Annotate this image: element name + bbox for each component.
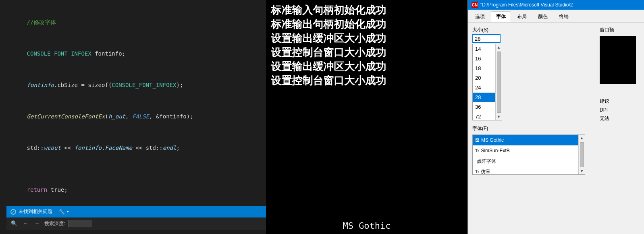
font-item-simsun-extb[interactable]: Tr SimSun-ExtB [473,145,585,156]
no-issues-label: 未找到相关问题 [19,208,52,215]
dialog-body: 大小(S) 14 16 18 20 24 28 36 [468,23,644,234]
font-scrollbar[interactable]: ▲ ▼ [578,135,585,174]
tab-font[interactable]: 字体 [491,11,511,22]
dialog-title: "D:\Program Files\Microsoft Visual Studi… [480,2,573,8]
font-settings-left: 大小(S) 14 16 18 20 24 28 36 [472,27,596,230]
tab-terminal[interactable]: 终端 [554,11,574,22]
font-item-fangsong[interactable]: Tr 仿宋 [473,166,585,175]
code-editor-panel: //修改字体 CONSOLE_FONT_INFOEX fontinfo; fon… [0,0,266,234]
size-scrollbar[interactable]: ▲ ▼ [495,44,502,120]
status-bar: ✓ 未找到相关问题 🔧 ▾ [6,206,266,217]
size-section: 大小(S) 14 16 18 20 24 28 36 [472,27,596,120]
size-input[interactable] [472,34,501,43]
tab-layout[interactable]: 布局 [512,11,532,22]
unable-label: 无法 [600,115,640,122]
search-depth-label: 搜索深度: [44,220,65,227]
font-item-msgothic[interactable]: 🖫 MS Gothic [473,135,585,145]
font-section-label: 字体(F) [472,125,596,132]
console-line-4: 设置控制台窗口大小成功 [271,46,463,60]
bottom-toolbar: ✓ 未找到相关问题 🔧 ▾ 🔍 ← → 搜索深度: [6,206,266,230]
console-line-3: 设置输出缓冲区大小成功 [271,31,463,46]
search-depth-input[interactable] [68,220,92,227]
properties-dialog: CN "D:\Program Files\Microsoft Visual St… [467,0,644,234]
no-issues-indicator: ✓ 未找到相关问题 [10,208,52,215]
tab-options[interactable]: 选项 [470,11,490,22]
font-scroll-down[interactable]: ▼ [579,168,585,174]
console-lines: 标准输入句柄初始化成功 标准输出句柄初始化成功 设置输出缓冲区大小成功 设置控制… [271,3,463,88]
code-line-comment: //修改字体 [6,6,260,38]
code-line-wcout: std::wcout << fontinfo.FaceName << std::… [6,132,260,164]
forward-button[interactable]: → [33,220,41,228]
search-icon[interactable]: 🔍 [10,219,19,228]
console-line-6: 设置控制台窗口大小成功 [271,74,463,88]
console-output-panel: 标准输入句柄初始化成功 标准输出句柄初始化成功 设置输出缓冲区大小成功 设置控制… [266,0,467,234]
suggest-label: 建议 [600,98,640,105]
console-font-label: MS Gothic [271,213,463,231]
tab-color[interactable]: 颜色 [533,11,553,22]
console-line-5: 设置输出缓冲区大小成功 [271,60,463,74]
window-preview-box [600,36,636,84]
code-line-blank [6,164,260,174]
dialog-icon: CN [472,2,478,8]
scroll-up-arrow[interactable]: ▲ [496,44,502,51]
tools-button[interactable]: 🔧 ▾ [59,209,69,215]
console-line-1: 标准输入句柄初始化成功 [271,3,463,17]
search-toolbar: 🔍 ← → 搜索深度: [6,217,266,230]
dialog-tabs: 选项 字体 布局 颜色 终端 [468,10,644,23]
code-line-decl: CONSOLE_FONT_INFOEX fontinfo; [6,38,260,69]
font-listbox[interactable]: 🖫 MS Gothic Tr SimSun-ExtB 点阵字体 Tr [472,135,585,175]
code-line-getfont: GetCurrentConsoleFontEx(h_out, FALSE, &f… [6,101,260,132]
scroll-thumb [497,52,501,113]
size-listbox[interactable]: 14 16 18 20 24 28 36 72 ▲ [472,44,502,120]
window-preview-label: 窗口预 [600,27,640,33]
circle-check-icon: ✓ [10,209,16,215]
font-item-bitmap[interactable]: 点阵字体 [473,156,585,166]
dialog-title-bar: CN "D:\Program Files\Microsoft Visual St… [468,0,644,10]
size-section-label: 大小(S) [472,27,596,33]
font-section: 字体(F) 🖫 MS Gothic Tr SimSun-ExtB [472,125,596,175]
dpi-label: DPI [600,107,640,113]
back-button[interactable]: ← [22,220,30,228]
font-scroll-thumb [580,142,584,167]
font-scroll-up[interactable]: ▲ [579,135,585,141]
code-line-size: fontinfo.cbSize = sizeof(CONSOLE_FONT_IN… [6,69,260,101]
code-line-return: return true; [6,174,260,205]
font-list-items: 🖫 MS Gothic Tr SimSun-ExtB 点阵字体 Tr [473,135,585,175]
console-line-2: 标准输出句柄初始化成功 [271,17,463,31]
scroll-down-arrow[interactable]: ▼ [496,114,502,120]
right-labels: 建议 DPI 无法 [600,98,640,122]
dialog-right-column: 窗口预 建议 DPI 无法 [600,27,640,230]
